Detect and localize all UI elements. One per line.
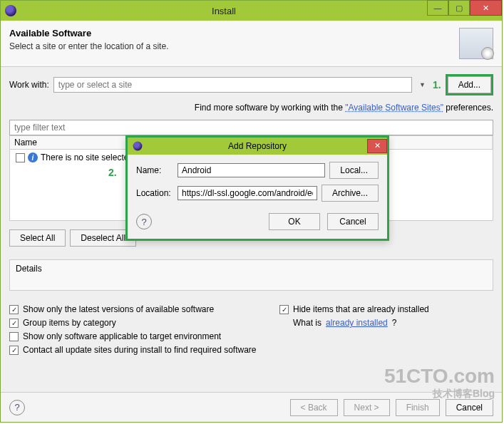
checkbox-contact-sites[interactable] — [9, 346, 19, 355]
back-button[interactable]: < Back — [290, 399, 338, 416]
workwith-label: Work with: — [9, 80, 49, 90]
finish-button[interactable]: Finish — [396, 399, 440, 416]
select-all-button[interactable]: Select All — [9, 229, 66, 247]
details-label: Details — [16, 264, 42, 274]
hint-line: Find more software by working with the "… — [9, 100, 493, 120]
archive-button[interactable]: Archive... — [322, 185, 379, 202]
annotation-marker-1: 1. — [433, 79, 441, 91]
checkbox-target-env[interactable] — [9, 332, 19, 341]
details-panel: Details — [9, 259, 493, 291]
name-label: Name: — [136, 165, 173, 175]
already-installed-link[interactable]: already installed — [326, 318, 388, 328]
ok-button[interactable]: OK — [269, 213, 320, 230]
page-title: Available Software — [9, 28, 459, 38]
checkbox-hide-installed[interactable] — [279, 305, 289, 314]
wizard-header: Available Software Select a site or ente… — [1, 21, 502, 67]
help-icon[interactable]: ? — [9, 400, 25, 415]
close-button[interactable]: ✕ — [470, 0, 502, 16]
cancel-button[interactable]: Cancel — [446, 399, 493, 416]
app-icon — [5, 5, 16, 16]
available-sites-link[interactable]: "Available Software Sites" — [345, 103, 443, 113]
next-button[interactable]: Next > — [344, 399, 390, 416]
add-repository-dialog: Add Repository ✕ Name: Local... Location… — [125, 135, 389, 241]
workwith-input[interactable] — [53, 77, 412, 93]
location-input[interactable] — [178, 186, 317, 200]
chevron-down-icon[interactable]: ▼ — [416, 81, 428, 88]
titlebar: Install — ▢ ✕ — [1, 1, 502, 21]
location-label: Location: — [136, 188, 173, 198]
wizard-footer: ? < Back Next > Finish Cancel — [1, 392, 502, 422]
dialog-icon — [133, 142, 143, 151]
page-subtitle: Select a site or enter the location of a… — [9, 41, 459, 51]
maximize-button[interactable]: ▢ — [448, 0, 470, 16]
dialog-cancel-button[interactable]: Cancel — [327, 213, 379, 230]
window-title: Install — [21, 6, 427, 16]
name-input[interactable] — [178, 163, 325, 177]
empty-message: There is no site selected. — [41, 152, 135, 162]
dialog-title: Add Repository — [148, 141, 367, 151]
install-icon — [459, 28, 493, 59]
row-checkbox[interactable] — [16, 153, 25, 162]
minimize-button[interactable]: — — [427, 0, 448, 16]
info-icon: i — [28, 152, 38, 162]
dialog-close-button[interactable]: ✕ — [367, 139, 387, 153]
add-button[interactable]: Add... — [448, 76, 491, 93]
checkbox-group[interactable] — [9, 319, 19, 328]
dialog-help-icon[interactable]: ? — [136, 214, 152, 229]
checkbox-latest[interactable] — [9, 305, 19, 314]
local-button[interactable]: Local... — [329, 162, 379, 179]
filter-input[interactable] — [9, 120, 493, 135]
